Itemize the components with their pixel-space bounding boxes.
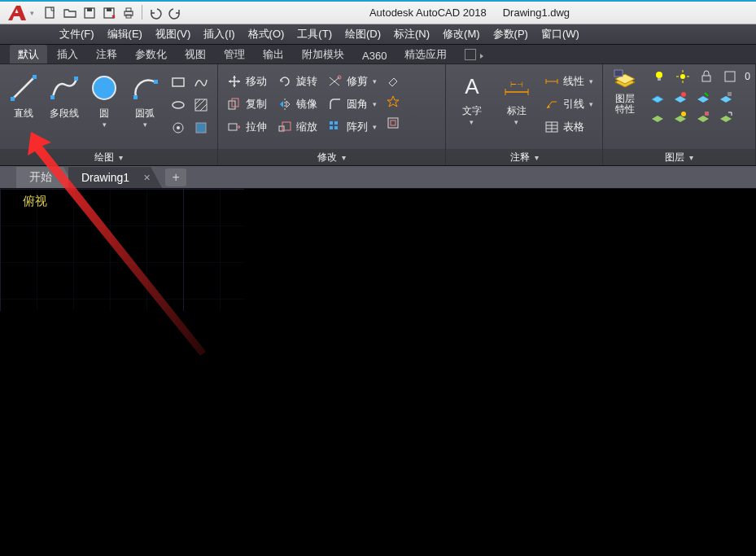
app-name: Autodesk AutoCAD 2018 <box>369 7 487 19</box>
layer-tool-4-icon[interactable] <box>715 89 736 107</box>
menu-tools[interactable]: 工具(T) <box>291 24 339 44</box>
tab-start[interactable]: 开始 <box>16 167 75 188</box>
plot-icon[interactable] <box>719 68 741 85</box>
point-icon[interactable] <box>168 118 188 138</box>
ribbon-tab-manage[interactable]: 管理 <box>216 45 253 63</box>
menu-dimension[interactable]: 标注(N) <box>387 24 436 44</box>
panel-modify-footer[interactable]: 修改 <box>218 149 445 165</box>
trim-button[interactable]: 修剪▾ <box>327 71 377 92</box>
ribbon-tab-addins[interactable]: 附加模块 <box>294 45 352 63</box>
circle-label: 圆 <box>99 107 109 120</box>
array-button[interactable]: 阵列▾ <box>327 116 377 138</box>
autocad-logo[interactable] <box>5 3 29 23</box>
menu-parametric[interactable]: 参数(P) <box>487 24 535 44</box>
circle-button[interactable]: 圆 ▾ <box>85 68 125 129</box>
layer-tool-2-icon[interactable] <box>670 89 691 107</box>
open-icon[interactable] <box>62 5 78 21</box>
ribbon-tab-parametric[interactable]: 参数化 <box>127 45 175 63</box>
ribbon-tab-insert[interactable]: 插入 <box>49 45 86 63</box>
polyline-icon <box>47 71 81 105</box>
svg-rect-46 <box>614 70 623 77</box>
mirror-button[interactable]: 镜像 <box>277 94 317 115</box>
lightbulb-icon[interactable] <box>649 68 670 85</box>
lock-icon[interactable] <box>696 68 717 85</box>
svg-rect-6 <box>126 8 131 11</box>
polyline-button[interactable]: 多段线 <box>44 68 85 120</box>
print-icon[interactable] <box>120 5 137 21</box>
close-icon[interactable]: ✕ <box>143 173 151 183</box>
ribbon-tab-annotate[interactable]: 注释 <box>88 45 125 63</box>
svg-rect-11 <box>50 95 55 99</box>
region-icon[interactable] <box>191 118 211 138</box>
layer-tool-7-icon[interactable] <box>693 108 714 126</box>
line-button[interactable]: 直线 <box>3 68 44 120</box>
svg-rect-48 <box>658 78 661 81</box>
linetype-button[interactable]: 线性▾ <box>544 71 593 92</box>
spline-icon[interactable] <box>191 72 211 92</box>
arc-button[interactable]: 圆弧 ▾ <box>125 68 165 129</box>
move-icon <box>226 73 243 90</box>
tab-drawing1[interactable]: Drawing1 ✕ <box>68 167 162 188</box>
layer-tool-6-icon[interactable] <box>670 108 691 126</box>
svg-rect-4 <box>107 8 111 11</box>
svg-line-8 <box>13 77 34 99</box>
layer-tool-1-icon[interactable] <box>647 89 668 107</box>
ribbon-tab-featured[interactable]: 精选应用 <box>396 45 455 63</box>
svg-rect-32 <box>388 118 398 128</box>
erase-icon[interactable] <box>383 71 403 90</box>
menu-edit[interactable]: 编辑(E) <box>101 24 149 44</box>
menu-window[interactable]: 窗口(W) <box>535 24 586 44</box>
svg-point-13 <box>93 77 116 99</box>
menu-file[interactable]: 文件(F) <box>53 24 101 44</box>
ribbon-tab-output[interactable]: 输出 <box>255 45 292 63</box>
ellipse-icon[interactable] <box>168 95 188 115</box>
menu-bar: 文件(F) 编辑(E) 视图(V) 插入(I) 格式(O) 工具(T) 绘图(D… <box>0 24 756 45</box>
menu-format[interactable]: 格式(O) <box>242 24 291 44</box>
ribbon-tab-a360[interactable]: A360 <box>354 47 395 63</box>
layer-tool-5-icon[interactable] <box>647 108 668 126</box>
layer-zero-label: 0 <box>745 71 750 82</box>
text-icon: A <box>456 72 488 102</box>
copy-button[interactable]: 复制 <box>226 94 267 115</box>
dimension-icon: ⊢⊣ <box>500 72 533 102</box>
arc-label: 圆弧 <box>135 107 155 120</box>
ribbon-tab-view[interactable]: 视图 <box>177 45 214 63</box>
panel-annotation-footer[interactable]: 注释 <box>446 149 602 165</box>
stretch-button[interactable]: 拉伸 <box>226 116 267 138</box>
layer-tool-3-icon[interactable] <box>693 89 714 107</box>
dimension-button[interactable]: ⊢⊣ 标注 ▾ <box>494 68 539 126</box>
panel-draw-footer[interactable]: 绘图 <box>0 149 217 165</box>
menu-modify[interactable]: 修改(M) <box>436 24 487 44</box>
scale-button[interactable]: 缩放 <box>277 116 317 138</box>
view-orientation-label[interactable]: 俯视 <box>23 194 47 209</box>
explode-icon[interactable] <box>383 92 403 112</box>
svg-rect-33 <box>391 120 395 125</box>
redo-icon[interactable] <box>167 5 183 21</box>
table-button[interactable]: 表格 <box>544 116 593 138</box>
panel-layers-footer[interactable]: 图层 <box>603 149 755 165</box>
sun-icon[interactable] <box>672 68 693 85</box>
ribbon-tab-default[interactable]: 默认 <box>10 45 47 63</box>
menu-insert[interactable]: 插入(I) <box>197 24 241 44</box>
menu-view[interactable]: 视图(V) <box>149 24 197 44</box>
undo-icon[interactable] <box>147 5 164 21</box>
text-button[interactable]: A 文字 ▾ <box>449 68 494 126</box>
fillet-button[interactable]: 圆角▾ <box>327 94 377 115</box>
layer-properties-button[interactable]: 图层 特性 <box>605 66 645 115</box>
ribbon: 直线 多段线 圆 ▾ 圆弧 ▾ <box>0 64 756 166</box>
svg-rect-30 <box>330 126 333 129</box>
move-button[interactable]: 移动 <box>226 71 267 92</box>
saveas-icon[interactable] <box>101 5 117 21</box>
layer-tool-8-icon[interactable] <box>715 108 736 126</box>
ribbon-tab-expand-icon[interactable] <box>465 49 476 60</box>
save-icon[interactable] <box>81 5 98 21</box>
rectangle-icon[interactable] <box>168 72 188 92</box>
hatch-icon[interactable] <box>191 95 211 115</box>
leader-button[interactable]: 引线▾ <box>544 94 593 115</box>
viewport[interactable]: 俯视 <box>0 189 756 556</box>
rotate-button[interactable]: 旋转 <box>277 71 317 92</box>
offset-icon[interactable] <box>383 113 403 133</box>
menu-draw[interactable]: 绘图(D) <box>339 24 387 44</box>
new-icon[interactable] <box>42 5 59 21</box>
new-tab-button[interactable]: + <box>165 169 186 186</box>
